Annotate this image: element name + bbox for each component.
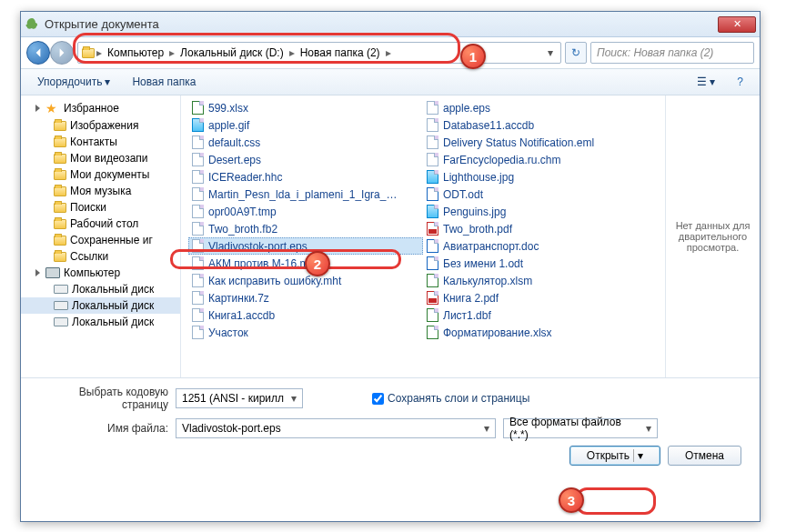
tree-item[interactable]: Локальный диск [21,281,180,297]
toolbar: Упорядочить▾ Новая папка ☰ ▾ ? [21,68,760,95]
tree-item[interactable]: Мои видеозапи [21,150,180,166]
file-item[interactable]: Книга1.accdb [188,306,423,324]
file-item[interactable]: default.css [188,134,423,151]
view-button[interactable]: ☰ ▾ [688,73,724,91]
chevron-down-icon[interactable]: ▾ [544,46,557,59]
nav-row: ▸ Компьютер ▸ Локальный диск (D:) ▸ Нова… [21,37,760,68]
address-bar[interactable]: ▸ Компьютер ▸ Локальный диск (D:) ▸ Нова… [77,42,561,64]
save-layers-checkbox[interactable]: Сохранять слои и страницы [372,392,529,405]
file-item[interactable]: Two_broth.pdf [423,220,658,237]
tree-item[interactable]: Изображения [21,117,180,134]
filename-label: Имя файла: [32,422,168,435]
tree-item[interactable]: Компьютер [21,265,180,281]
nav-back-button[interactable] [26,41,50,65]
refresh-button[interactable]: ↻ [565,42,587,64]
encoding-label: Выбрать кодовую страницу [32,386,168,411]
breadcrumb-computer[interactable]: Компьютер [104,43,167,63]
breadcrumb-drive[interactable]: Локальный диск (D:) [176,43,287,63]
encoding-combo[interactable]: 1251 (ANSI - кирилл▾ [176,388,303,408]
chevron-right-icon: ▸ [384,46,393,59]
file-item[interactable]: Lighthouse.jpg [423,168,658,186]
file-item[interactable]: Книга 2.pdf [423,289,658,306]
file-list[interactable]: 599.xlsxapple.gifdefault.cssDesert.epsIC… [181,95,665,377]
file-item[interactable]: opr00A9T.tmp [188,203,423,220]
file-item[interactable]: Авиатранспорт.doc [423,237,658,255]
cancel-button[interactable]: Отмена [668,446,741,466]
dialog-footer: Выбрать кодовую страницу 1251 (ANSI - ки… [21,377,760,473]
file-item[interactable]: Участок [188,324,423,341]
tree-item[interactable]: Мои документы [21,166,180,183]
file-filter-combo[interactable]: Все форматы файлов (*.*)▾ [503,418,658,438]
file-item[interactable]: apple.gif [188,116,423,134]
chevron-right-icon: ▸ [95,46,104,59]
file-open-dialog: Открытие документа ✕ ▸ Компьютер ▸ Локал… [20,11,761,522]
dialog-title: Открытие документа [45,17,718,31]
file-item[interactable]: Two_broth.fb2 [188,220,423,237]
new-folder-button[interactable]: Новая папка [123,73,205,91]
file-item[interactable]: ICEReader.hhc [188,168,423,186]
tree-item[interactable]: Локальный диск [21,297,180,314]
tree-item[interactable]: Локальный диск [21,314,180,330]
annotation-badge-2: 2 [305,251,330,276]
file-item[interactable]: Delivery Status Notification.eml [423,134,658,151]
organize-button[interactable]: Упорядочить▾ [28,73,119,91]
tree-item[interactable]: Сохраненные иг [21,232,180,248]
tree-item[interactable]: ★Избранное [21,99,180,117]
tree-item[interactable]: Рабочий стол [21,216,180,232]
file-item[interactable]: Penguins.jpg [423,203,658,220]
help-button[interactable]: ? [728,73,752,91]
file-item[interactable]: Vladivostok-port.eps [188,237,423,255]
preview-pane: Нет данных для дварительного просмотра. [665,95,760,377]
file-item[interactable]: Database11.accdb [423,116,658,134]
chevron-right-icon: ▸ [167,46,176,59]
open-button[interactable]: Открыть▾ [569,446,660,466]
file-item[interactable]: Как исправить ошибку.mht [188,272,423,289]
nav-forward-button[interactable] [50,41,74,65]
tree-item[interactable]: Контакты [21,134,180,150]
file-item[interactable]: Картинки.7z [188,289,423,306]
annotation-badge-1: 1 [460,44,486,69]
file-item[interactable]: Форматирование.xlsx [423,324,658,341]
file-item[interactable]: Desert.eps [188,151,423,168]
folder-icon [82,48,95,58]
search-input[interactable]: Поиск: Новая папка (2) [590,42,754,64]
annotation-badge-3: 3 [559,487,584,513]
file-item[interactable]: Лист1.dbf [423,306,658,324]
file-item[interactable]: Калькулятор.xlsm [423,272,658,289]
file-item[interactable]: FarEncyclopedia.ru.chm [423,151,658,168]
folder-tree[interactable]: ★ИзбранноеИзображенияКонтактыМои видеоза… [21,95,181,377]
tree-item[interactable]: Ссылки [21,248,180,265]
app-icon [25,17,39,32]
tree-item[interactable]: Поиски [21,199,180,216]
file-item[interactable]: Martin_Pesn_lda_i_plameni_1_Igra_… [188,186,423,203]
file-item[interactable]: apple.eps [423,99,658,116]
tree-item[interactable]: Моя музыка [21,183,180,199]
chevron-right-icon: ▸ [287,46,297,59]
breadcrumb-folder[interactable]: Новая папка (2) [297,43,384,63]
file-item[interactable]: ODT.odt [423,186,658,203]
close-button[interactable]: ✕ [718,16,756,33]
file-item[interactable]: 599.xlsx [188,99,423,116]
titlebar: Открытие документа ✕ [21,12,760,37]
file-item[interactable]: Без имени 1.odt [423,255,658,272]
filename-input[interactable]: Vladivostok-port.eps▾ [176,418,496,438]
